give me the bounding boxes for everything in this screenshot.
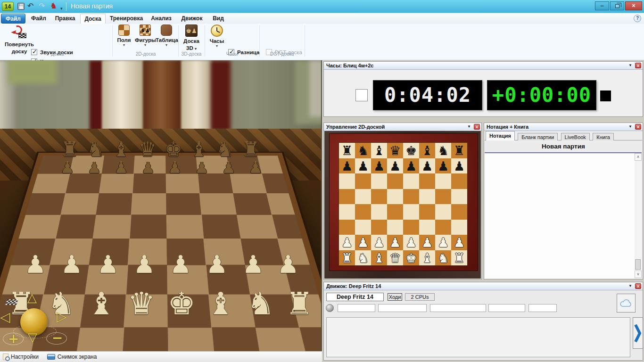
board2d-square[interactable] [403,173,419,189]
minimize-button[interactable]: – [595,1,609,10]
redo-icon[interactable]: ↷ [39,1,45,11]
board2d-square[interactable] [419,173,435,189]
tab-book[interactable]: Книга [593,133,614,140]
tab-engine[interactable]: Движок [177,14,206,24]
fields-button[interactable]: Поля ▾ [114,25,134,47]
board2d-square[interactable]: ♞ [435,250,451,266]
clock-panel-titlebar[interactable]: Часы: Блиц 4м+2с ▼ x [324,62,643,70]
tab-board[interactable]: Доска [80,14,106,24]
board2d-square[interactable]: ♞ [355,250,371,266]
board2d-square[interactable] [435,220,451,235]
board-3d-button[interactable]: ♚♟ Доска 3D ▾ [180,25,203,51]
tab-file[interactable]: Файл [27,14,50,24]
board2d-square[interactable]: ♟ [451,158,467,174]
board2d-square[interactable]: ♟ [339,158,355,174]
table-button[interactable]: Таблица ▾ [156,25,177,47]
zoom-out-icon[interactable]: − [52,330,63,346]
board2d-square[interactable]: ♝ [371,143,387,158]
undo-icon[interactable]: ↶ [27,1,33,11]
tab-analysis[interactable]: Анализ [147,14,175,24]
board2d-square[interactable] [403,204,419,220]
board2d-square[interactable]: ♟ [355,235,371,250]
board2d-square[interactable] [339,220,355,235]
board2d-square[interactable]: ♟ [435,235,451,250]
tab-training[interactable]: Тренировка [107,14,145,24]
board2d-square[interactable] [403,189,419,205]
file-menu-button[interactable]: Файл [1,14,25,24]
board2d-square[interactable]: ♟ [355,158,371,174]
board2d-square[interactable]: ♟ [371,235,387,250]
board2d-square[interactable] [339,173,355,189]
board2d-square[interactable] [339,189,355,205]
panel-menu-icon[interactable]: ▼ [628,124,632,129]
board2d-square[interactable] [371,189,387,205]
board2d-square[interactable]: ♝ [419,250,435,266]
nav-up-icon[interactable]: △ [27,290,37,304]
scrollbar-thumb[interactable] [635,259,641,270]
board2d-square[interactable]: ♟ [371,158,387,174]
board2d-square[interactable] [371,173,387,189]
nav-down-icon[interactable]: ▽ [28,330,37,344]
panel-close-icon[interactable]: x [474,124,480,130]
notation-area[interactable] [485,152,635,278]
board2d-square[interactable]: ♟ [419,158,435,174]
board2d-square[interactable] [403,220,419,235]
board2d-square[interactable] [451,189,467,205]
board2d-square[interactable]: ♟ [451,235,467,250]
board2d-square[interactable]: ♟ [435,158,451,174]
panel-menu-icon[interactable]: ▼ [628,284,632,288]
help-icon[interactable]: ? [634,15,641,22]
nav-board-icon[interactable] [5,299,18,305]
board2d-square[interactable] [387,220,403,235]
board2d-square[interactable] [371,204,387,220]
engine-output-area[interactable] [326,317,630,357]
save-icon[interactable] [17,3,25,10]
app-icon[interactable]: 14 [2,2,14,11]
board2d-square[interactable]: ♛ [387,250,403,266]
close-button[interactable]: × [625,1,642,10]
board2d-square[interactable]: ♜ [339,250,355,266]
board2d-square[interactable]: ♟ [403,158,419,174]
board2d-square[interactable]: ♟ [403,235,419,250]
tab-notation[interactable]: Нотация [486,131,515,140]
tab-scoresheet[interactable]: Бланк партии [518,133,558,140]
board2d-square[interactable]: ♜ [451,143,467,158]
board2d-square[interactable] [435,173,451,189]
board2d-square[interactable]: ♟ [387,158,403,174]
panel-close-icon[interactable]: x [635,124,641,130]
scroll-up-icon[interactable]: ∧ [635,153,642,161]
expand-panel-button[interactable] [633,317,643,349]
board-2d-panel-titlebar[interactable]: Управление 2D-доской ▼ x [324,123,481,131]
board-3d-view[interactable]: ♜♞♝♛♚♝♞♜♟♟♟♟♟♟♟♟♟♟♟♟♟♟♟♟♜♞♝♛♚♝♞♜ △ ◁ ▷ ▽… [0,60,322,351]
settings-button[interactable]: Настройки [3,354,39,360]
board2d-square[interactable] [371,220,387,235]
board2d-square[interactable]: ♜ [451,250,467,266]
panel-close-icon[interactable]: x [635,283,641,289]
board2d-square[interactable] [451,220,467,235]
board2d-square[interactable] [355,220,371,235]
board2d-square[interactable] [435,189,451,205]
engine-panel-titlebar[interactable]: Движок: Deep Fritz 14 ▼ x [324,282,643,290]
cloud-engine-button[interactable] [617,294,636,313]
board2d-square[interactable]: ♝ [419,143,435,158]
nav-right-icon[interactable]: ▷ [57,309,67,324]
engine-name-button[interactable]: Deep Fritz 14 [326,293,384,301]
board2d-square[interactable]: ♝ [371,250,387,266]
board2d-square[interactable] [355,204,371,220]
clock-button[interactable]: Часы ▾ [206,25,227,48]
board2d-square[interactable]: ♟ [339,235,355,250]
board2d-square[interactable] [355,189,371,205]
scroll-down-icon[interactable]: ∨ [635,271,642,278]
board2d-square[interactable] [451,173,467,189]
tab-view[interactable]: Вид [208,14,228,24]
notation-scrollbar[interactable]: ∧ ∨ [635,152,642,278]
notation-panel-titlebar[interactable]: Нотация + Книга ▼ x [484,123,643,131]
board2d-square[interactable] [419,189,435,205]
board2d-square[interactable] [387,204,403,220]
board2d-square[interactable]: ♛ [387,143,403,158]
panel-menu-icon[interactable]: ▼ [467,124,471,129]
tab-livebook[interactable]: LiveBook [561,133,590,140]
board2d-square[interactable] [387,189,403,205]
board2d-square[interactable] [435,204,451,220]
flip-board-knight-icon[interactable]: ♞ [50,1,57,10]
